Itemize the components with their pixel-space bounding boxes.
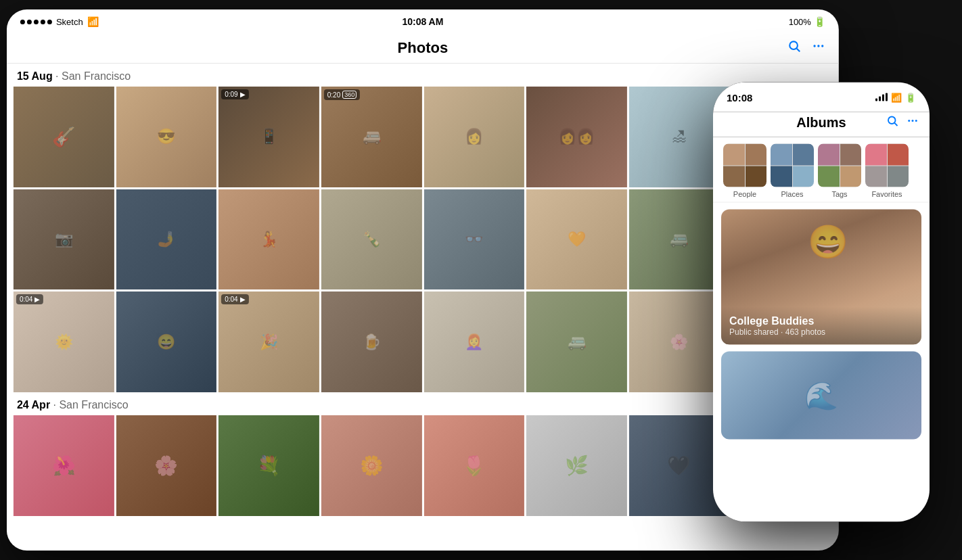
svg-point-5 [888, 117, 896, 124]
phone-search-button[interactable] [886, 115, 898, 131]
video-360-icon-p4: 360 [342, 91, 357, 99]
photo-cell-p17[interactable]: 🌞 0:04 ▶ [14, 291, 114, 392]
phone-header: Albums [713, 112, 930, 137]
phone-albums-section[interactable]: People Places [713, 137, 930, 522]
album-thumb-cell-fav2 [888, 144, 909, 166]
signal-dot-5 [47, 20, 52, 24]
tablet-header: Photos [7, 34, 839, 64]
svg-point-9 [915, 120, 917, 122]
photo-cell-p9[interactable]: 📷 [14, 189, 114, 290]
phone-wifi-icon: 📶 [891, 92, 902, 102]
date-label-2: 24 Apr · San Francisco [17, 399, 829, 411]
album-category-label-people: People [733, 190, 756, 198]
photo-cell-f6[interactable]: 🌿 [526, 415, 627, 516]
photo-cell-f4[interactable]: 🌼 [321, 415, 422, 516]
date-day-1: 15 Aug [17, 70, 53, 82]
photo-cell-p10[interactable]: 🤳 [116, 189, 217, 290]
video-badge-p17: 0:04 ▶ [16, 294, 43, 304]
date-label-1: 15 Aug · San Francisco [17, 70, 829, 83]
photo-figure-p12: 🍾 [321, 189, 422, 290]
album-thumb-cell-fav3 [865, 166, 887, 187]
photo-figure-p1: 🎸 [14, 87, 114, 187]
phone-second-album[interactable]: 🌊 [721, 352, 921, 440]
photo-cell-p14[interactable]: 🧡 [526, 189, 627, 290]
album-category-people[interactable]: People [721, 144, 769, 198]
album-thumb-cell-p4 [746, 166, 767, 187]
album-thumb-people [723, 144, 766, 187]
album-thumb-cell-p1 [723, 144, 745, 166]
photo-cell-p1[interactable]: 🎸 [14, 87, 114, 187]
video-badge-time-p19: 0:04 [225, 296, 237, 303]
album-thumb-cell-fav4 [888, 166, 909, 187]
album-thumb-cell-pl3 [771, 166, 792, 187]
album-category-tags[interactable]: Tags [816, 144, 863, 198]
svg-line-6 [894, 123, 897, 126]
tablet-status-left: Sketch 📶 [20, 16, 99, 27]
second-album-image: 🌊 [721, 352, 921, 440]
play-icon-p3: ▶ [240, 91, 246, 98]
phone-time: 10:08 [727, 91, 752, 103]
album-thumb-favorites [865, 144, 909, 187]
svg-point-4 [821, 45, 823, 47]
phone-page-title: Albums [796, 115, 846, 131]
svg-point-3 [817, 45, 819, 47]
photo-figure-f3: 💐 [219, 415, 319, 516]
signal-bar-3 [882, 95, 884, 101]
album-thumb-cell-t2 [840, 144, 862, 166]
video-badge-time-p17: 0:04 [20, 296, 32, 303]
album-thumb-cell-t1 [818, 144, 840, 166]
photo-cell-p12[interactable]: 🍾 [321, 189, 422, 290]
photo-cell-p11[interactable]: 💃 [219, 189, 319, 290]
phone-status-bar: 10:08 📶 🔋 [713, 83, 930, 112]
album-thumb-cell-pl1 [771, 144, 792, 166]
photo-cell-p19[interactable]: 🎉 0:04 ▶ [219, 291, 319, 392]
photo-cell-p2[interactable]: 😎 [116, 87, 217, 187]
photo-cell-f3[interactable]: 💐 [219, 415, 319, 516]
album-thumb-cell-t4 [840, 166, 862, 187]
photo-cell-p5[interactable]: 👩 [423, 87, 524, 187]
date-location-2: San Francisco [59, 399, 128, 411]
svg-point-0 [789, 41, 798, 49]
album-thumb-cell-t3 [818, 166, 840, 187]
photo-figure-p10: 🤳 [116, 189, 217, 290]
phone-featured-album[interactable]: 😄 College Buddies Public shared · 463 ph… [721, 210, 921, 345]
photo-cell-f1[interactable]: 🌺 [14, 415, 114, 516]
photo-cell-p21[interactable]: 👩‍🦰 [423, 291, 524, 392]
photo-cell-p4[interactable]: 🚐 0:20 360 [321, 87, 422, 187]
tablet-search-button[interactable] [787, 39, 801, 56]
video-badge-p3: 0:09 ▶ [221, 89, 248, 99]
signal-bar-1 [875, 99, 877, 101]
tablet-more-button[interactable] [812, 39, 825, 56]
photo-cell-p6[interactable]: 👩‍👩 [526, 87, 627, 187]
photo-cell-f2[interactable]: 🌸 [116, 415, 217, 516]
signal-dot-4 [41, 20, 45, 24]
photo-figure-p14: 🧡 [526, 189, 627, 290]
tablet-header-actions [787, 39, 825, 56]
photo-cell-p22[interactable]: 🚐 [526, 291, 627, 392]
album-thumb-places [771, 144, 814, 187]
photo-figure-f2: 🌸 [116, 415, 217, 516]
photo-figure-p18: 😄 [116, 291, 217, 392]
photo-figure-f1: 🌺 [14, 415, 114, 516]
photo-cell-p3[interactable]: 📱 0:09 ▶ [219, 87, 319, 187]
tablet-status-bar: Sketch 📶 10:08 AM 100% 🔋 [7, 9, 839, 34]
photo-grid-2: 🌺 🌸 💐 🌼 [14, 415, 832, 516]
phone-more-button[interactable] [907, 115, 919, 131]
signal-dot-2 [27, 20, 32, 24]
album-thumb-cell-p3 [723, 166, 745, 187]
photo-cell-p20[interactable]: 🍺 [321, 291, 422, 392]
phone-status-right: 📶 🔋 [875, 92, 916, 102]
photo-figure-p17: 🌞 [14, 291, 114, 392]
photo-cell-p13[interactable]: 👓 [423, 189, 524, 290]
scene: Sketch 📶 10:08 AM 100% 🔋 Photos [0, 0, 962, 560]
album-category-favorites[interactable]: Favorites [863, 144, 911, 198]
photo-cell-p18[interactable]: 😄 [116, 291, 217, 392]
featured-album-title: College Buddies [729, 315, 913, 327]
play-icon-p19: ▶ [240, 296, 246, 303]
play-icon-p17: ▶ [35, 296, 40, 303]
video-badge-time-p3: 0:09 [225, 91, 237, 98]
photo-cell-f5[interactable]: 🌷 [423, 415, 524, 516]
signal-bar-2 [879, 97, 881, 101]
phone-signal-icon [875, 93, 888, 101]
album-category-places[interactable]: Places [769, 144, 816, 198]
